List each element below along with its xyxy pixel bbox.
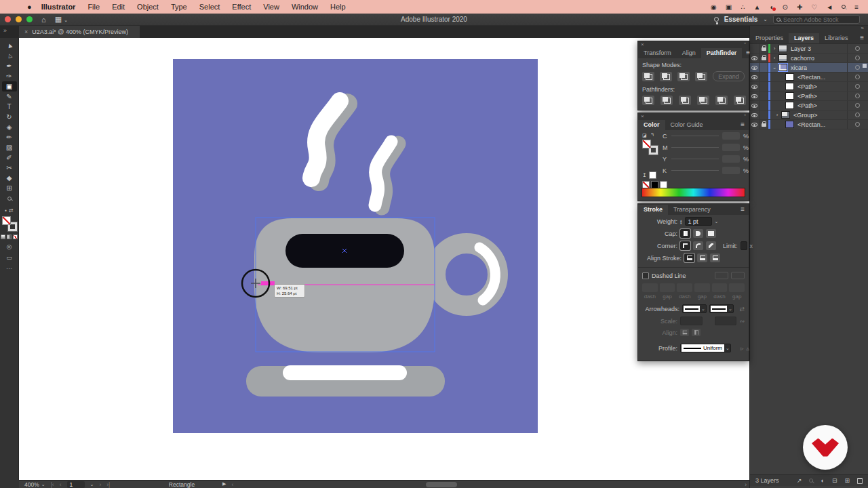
weight-chevron-icon[interactable]: ⌄ [715,219,719,224]
layer-thumbnail[interactable] [778,54,787,62]
avg-icon[interactable]: ▲ [754,3,761,11]
dots-icon[interactable]: ∴ [741,3,745,11]
close-tab-icon[interactable]: × [24,28,28,35]
artboard-number-field[interactable]: 1 [67,481,85,488]
target-circle[interactable] [855,46,860,51]
lock-toggle[interactable] [760,63,768,72]
cyan-value-field[interactable] [722,132,740,140]
search-input[interactable] [783,16,856,23]
next-artboard-icon[interactable]: › [99,481,101,488]
tab-properties[interactable]: Properties [750,33,789,43]
dash-field[interactable] [642,283,658,292]
lock-toggle[interactable] [760,54,768,62]
eraser-tool[interactable]: ◈ [2,122,17,132]
first-artboard-icon[interactable]: |‹ [51,481,54,488]
target-circle[interactable] [855,84,860,89]
fill-proxy-swatch-none[interactable] [642,140,651,148]
black-value-field[interactable] [722,167,740,174]
layer-row-rectangle[interactable]: <Rectan... [750,73,868,82]
artboard-chevron-icon[interactable]: ⌄ [90,482,94,487]
draw-mode-icon[interactable]: ◎ [7,243,12,250]
magenta-value-field[interactable] [722,144,740,151]
spotlight-search-icon[interactable] [842,5,846,9]
layer-row-cachorro[interactable]: › cachorro [750,54,868,63]
panel-menu-icon[interactable]: ≡ [742,49,754,58]
fill-swatch-none[interactable] [2,216,11,225]
menu-file[interactable]: File [87,3,100,11]
new-sublayer-icon[interactable]: ⊟ [832,477,837,484]
exclude-button[interactable] [695,72,707,81]
visibility-toggle[interactable] [750,73,760,81]
menu-view[interactable]: View [263,3,279,11]
lock-toggle[interactable] [760,120,768,129]
scale-end-field[interactable] [715,317,737,325]
swap-colors-icon[interactable]: ↰ [650,132,654,138]
menu-window[interactable]: Window [292,3,318,11]
visibility-toggle[interactable] [750,92,760,100]
scissors-tool[interactable]: ✂ [2,163,17,173]
lock-toggle[interactable] [760,101,768,110]
previous-artboard-icon[interactable]: ‹ [60,481,62,488]
lock-toggle[interactable] [760,92,768,100]
document-tab[interactable]: × U2A3.ai* @ 400% (CMYK/Preview) [19,26,140,38]
last-color-icon[interactable]: ↥ [642,172,647,178]
profile-dropdown[interactable]: Uniform ⌄ [680,344,731,352]
cap-round-button[interactable] [693,229,703,238]
screen-mode-icon[interactable]: ▭ [6,254,12,261]
dashed-line-checkbox[interactable] [642,272,649,279]
artboard[interactable] [173,59,538,433]
horizontal-scrollbar-thumb[interactable] [426,482,457,487]
minus-front-button[interactable] [660,72,672,81]
apple-icon[interactable]: ● [27,3,32,11]
limit-field[interactable] [741,241,747,250]
control-center-icon[interactable]: ≡ [854,3,859,11]
target-circle[interactable] [855,94,860,98]
tab-align[interactable]: Align [677,48,701,58]
expand-chevron-icon[interactable]: › [770,55,778,61]
locate-object-icon[interactable] [809,479,813,483]
tab-transparency[interactable]: Transparency [668,205,716,215]
recording-badge[interactable] [803,425,848,470]
menu-select[interactable]: Select [199,3,220,11]
cap-projecting-button[interactable] [706,229,716,238]
visibility-toggle[interactable] [750,120,760,129]
lightbulb-icon[interactable] [714,17,719,22]
paintbrush-tool[interactable]: ✎ [2,92,17,102]
chevron-down-icon[interactable]: ⌄ [763,16,768,22]
zoom-chevron-icon[interactable]: ⌄ [41,482,45,487]
visibility-toggle[interactable] [750,110,760,119]
minus-back-button[interactable] [734,96,746,105]
panel-menu-icon[interactable]: ≡ [856,34,868,43]
gap-field[interactable] [660,283,675,292]
tab-layers[interactable]: Layers [789,33,819,43]
status-play-icon[interactable]: ▶ [222,481,226,488]
layer-row-path[interactable]: <Path> [750,82,868,92]
target-circle[interactable] [855,75,860,79]
lock-toggle[interactable] [760,44,768,53]
new-layer-icon[interactable]: ⊞ [844,477,850,484]
lock-toggle[interactable] [760,110,768,119]
clock-icon[interactable]: ⊙ [783,3,788,11]
expand-chevron-icon[interactable]: › [770,45,778,52]
cyan-slider[interactable] [671,136,719,136]
preserve-dash-button[interactable] [715,272,728,279]
align-dash-button[interactable] [731,272,745,279]
menu-type[interactable]: Type [171,3,187,11]
dock-collapse-icon[interactable]: » [861,25,864,31]
gradient-button[interactable] [7,235,12,239]
collapse-chevron-icon[interactable]: ⌄ [770,64,778,70]
layer-thumbnail[interactable] [785,83,794,90]
arrow-align-end-button[interactable] [692,329,701,336]
rotate-tool[interactable]: ↻ [2,112,17,122]
trim-button[interactable] [660,96,673,105]
lock-toggle[interactable] [760,73,768,81]
lock-toggle[interactable] [760,82,768,91]
current-tool-label[interactable]: Rectangle [151,481,212,488]
expand-chevron-icon[interactable]: › [773,112,781,118]
weight-field[interactable] [685,217,712,226]
outline-button[interactable] [715,96,728,105]
tab-stroke[interactable]: Stroke [638,205,668,215]
toolbar-collapse-icon[interactable]: » [3,27,7,34]
menu-edit[interactable]: Edit [112,3,125,11]
layer-name[interactable]: <Rectan... [797,121,825,128]
